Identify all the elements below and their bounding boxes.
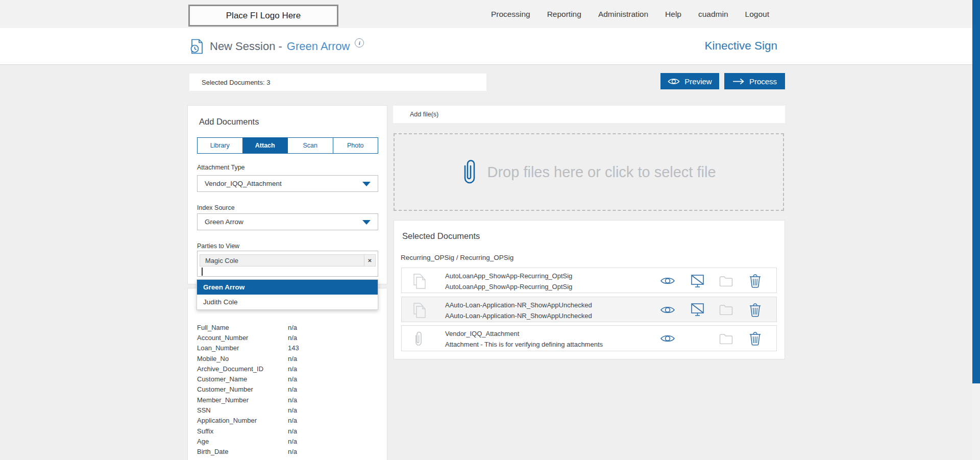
tab-photo[interactable]: Photo: [333, 138, 378, 153]
add-documents-tabs: Library Attach Scan Photo: [197, 137, 378, 154]
nav-item-reporting[interactable]: Reporting: [547, 10, 581, 19]
add-documents-title: Add Documents: [199, 117, 259, 127]
party-option-judith-cole[interactable]: Judith Cole: [197, 295, 378, 309]
preview-button-label: Preview: [684, 77, 712, 86]
eye-icon: [668, 78, 680, 85]
remove-party-icon[interactable]: ✕: [364, 255, 375, 266]
field-row: Customer_Numbern/a: [188, 384, 387, 395]
selected-documents-count-bar: Selected Documents: 3: [189, 74, 486, 91]
field-row: Loan_Number143: [188, 343, 387, 353]
folder-icon[interactable]: [718, 274, 734, 288]
parties-to-view-input[interactable]: Magic Cole ✕: [197, 251, 378, 277]
delete-trash-icon[interactable]: [747, 303, 763, 317]
field-row: Suffixn/a: [188, 426, 387, 436]
folder-icon[interactable]: [718, 331, 734, 346]
parties-dropdown: Green Arrow Judith Cole: [197, 279, 378, 310]
document-subtitle: AAuto-Loan-Application-NR_ShowAppUncheck…: [445, 312, 592, 320]
index-source-label: Index Source: [197, 204, 235, 211]
preview-button[interactable]: Preview: [660, 73, 719, 89]
document-subtitle: AutoLoanApp_ShowApp-Recurring_OptSig: [445, 283, 572, 290]
selected-documents-count: Selected Documents: 3: [202, 79, 270, 86]
document-set-name: Recurring_OPSig / Recurring_OPSig: [401, 254, 513, 261]
nav-item-logout[interactable]: Logout: [745, 10, 769, 19]
main-nav: Processing Reporting Administration Help…: [491, 0, 769, 28]
attachment-type-select[interactable]: Vendor_IQQ_Attachment: [197, 175, 378, 192]
add-files-bar: Add file(s): [393, 106, 785, 123]
index-fields-list: Full_Namen/a Account_Numbern/a Loan_Numb…: [188, 322, 387, 460]
preview-eye-icon[interactable]: [659, 331, 676, 346]
field-row: Archive_Document_IDn/a: [188, 364, 387, 374]
document-pages-icon: [412, 302, 427, 319]
paperclip-icon: [414, 331, 423, 347]
selected-documents-panel: Selected Documents Recurring_OPSig / Rec…: [394, 220, 785, 359]
index-fields-panel: Full_Namen/a Account_Numbern/a Loan_Numb…: [187, 288, 387, 460]
file-dropzone[interactable]: Drop files here or click to select file: [394, 133, 784, 211]
field-row: Document_Set_Namen/a: [188, 457, 387, 460]
process-button[interactable]: Process: [724, 73, 785, 89]
push-to-signpad-icon[interactable]: [689, 303, 705, 317]
page-title: New Session -: [210, 40, 282, 53]
add-documents-panel: Add Documents Library Attach Scan Photo …: [187, 105, 387, 284]
tab-attach[interactable]: Attach: [242, 138, 288, 153]
add-files-label: Add file(s): [410, 111, 438, 118]
field-row: Account_Numbern/a: [188, 332, 387, 343]
push-to-signpad-icon[interactable]: [689, 274, 705, 288]
field-row: Application_Numbern/a: [188, 416, 387, 426]
field-row: Birth_Daten/a: [188, 447, 387, 457]
scrollbar-thumb[interactable]: [972, 0, 980, 383]
arrow-right-icon: [732, 78, 745, 85]
nav-item-administration[interactable]: Administration: [598, 10, 648, 19]
field-row: Mobile_Non/a: [188, 353, 387, 364]
nav-item-help[interactable]: Help: [665, 10, 681, 19]
field-row: Customer_Namen/a: [188, 374, 387, 384]
tab-library[interactable]: Library: [198, 138, 242, 153]
document-subtitle: Attachment - This is for verifying defin…: [445, 341, 603, 348]
party-chip-label: Magic Cole: [200, 257, 238, 264]
fi-logo-placeholder: Place FI Logo Here: [188, 5, 338, 27]
preview-eye-icon[interactable]: [659, 274, 676, 288]
field-row: Full_Namen/a: [188, 322, 387, 332]
tab-scan[interactable]: Scan: [287, 138, 333, 153]
document-row: AutoLoanApp_ShowApp-Recurring_OptSig Aut…: [401, 268, 777, 293]
field-row: SSNn/a: [188, 405, 387, 415]
text-cursor: [202, 268, 203, 276]
kinective-sign-app: Place FI Logo Here Processing Reporting …: [0, 0, 980, 460]
page-header: New Session - Green Arrow i Kinective Si…: [0, 28, 972, 65]
folder-icon[interactable]: [718, 303, 734, 317]
document-title: AutoLoanApp_ShowApp-Recurring_OptSig: [445, 272, 572, 280]
document-list: AutoLoanApp_ShowApp-Recurring_OptSig Aut…: [401, 268, 777, 355]
party-option-green-arrow[interactable]: Green Arrow: [197, 280, 378, 295]
attachment-type-value: Vendor_IQQ_Attachment: [205, 180, 282, 187]
chevron-down-icon: [362, 220, 371, 225]
document-title: AAuto-Loan-Application-NR_ShowAppUncheck…: [445, 301, 592, 309]
info-icon[interactable]: i: [355, 38, 364, 47]
field-row: Member_Numbern/a: [188, 395, 387, 405]
paperclip-icon: [461, 159, 478, 185]
fi-logo-text: Place FI Logo Here: [226, 11, 301, 21]
delete-trash-icon[interactable]: [747, 274, 763, 288]
field-row: Agen/a: [188, 436, 387, 446]
nav-item-processing[interactable]: Processing: [491, 10, 530, 19]
selected-documents-title: Selected Documents: [402, 231, 480, 241]
nav-item-cuadmin[interactable]: cuadmin: [698, 10, 728, 19]
index-source-value: Green Arrow: [205, 218, 243, 226]
chevron-down-icon: [362, 182, 371, 186]
process-button-label: Process: [749, 77, 777, 86]
dropzone-text: Drop files here or click to select file: [487, 164, 716, 181]
session-title-group: New Session - Green Arrow i: [189, 28, 364, 65]
brand-title: Kinective Sign: [704, 39, 777, 53]
document-row: Vendor_IQQ_Attachment Attachment - This …: [401, 325, 777, 351]
document-pages-icon: [412, 273, 427, 289]
session-index-source-link[interactable]: Green Arrow: [287, 40, 350, 53]
party-chip: Magic Cole ✕: [200, 254, 376, 267]
attachment-type-label: Attachment Type: [197, 164, 245, 171]
index-source-select[interactable]: Green Arrow: [197, 213, 378, 230]
preview-eye-icon[interactable]: [659, 303, 676, 317]
scrollbar-track[interactable]: [972, 0, 980, 460]
document-row: AAuto-Loan-Application-NR_ShowAppUncheck…: [401, 297, 777, 322]
document-title: Vendor_IQQ_Attachment: [445, 330, 519, 337]
session-history-icon: [189, 39, 204, 54]
top-bar: Place FI Logo Here Processing Reporting …: [0, 0, 972, 28]
delete-trash-icon[interactable]: [747, 331, 763, 346]
parties-to-view-label: Parties to View: [197, 243, 239, 250]
